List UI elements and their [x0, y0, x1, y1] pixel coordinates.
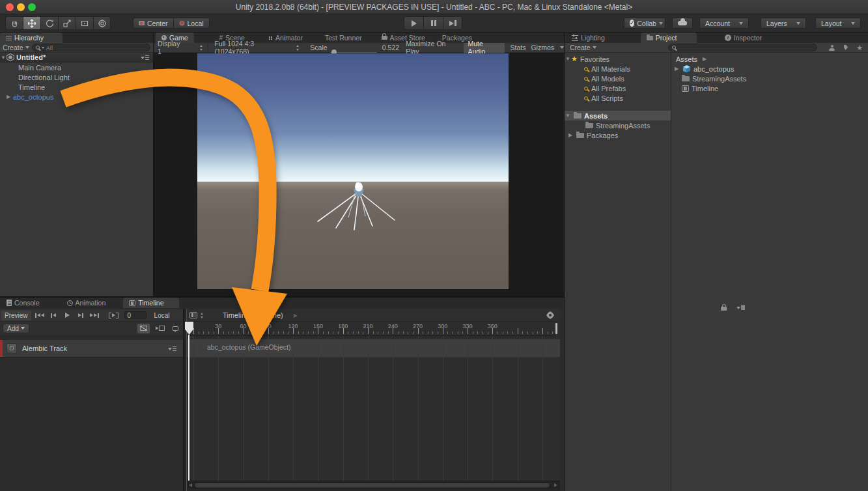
scene-header-row[interactable]: ▼ Untitled* — [0, 53, 153, 63]
tab-console[interactable]: Console — [1, 298, 46, 308]
create-label: Create — [3, 44, 23, 51]
timeline-breadcrumb[interactable]: Timeline (Timeline) — [223, 311, 283, 319]
timeline-breadcrumb-row: Timeline (Timeline) ▶ — [187, 309, 560, 322]
folder-icon — [647, 36, 653, 40]
project-search-input[interactable] — [668, 44, 818, 51]
create-dropdown[interactable]: Create — [570, 44, 596, 51]
play-button[interactable] — [404, 16, 423, 30]
rotate-tool-button[interactable] — [40, 16, 58, 30]
marker-button[interactable] — [171, 324, 180, 333]
foldout-closed-icon[interactable]: ▶ — [673, 66, 680, 72]
foldout-open-icon[interactable]: ▼ — [565, 113, 571, 119]
tree-packages[interactable]: ▶ Packages — [565, 130, 671, 140]
move-tool-button[interactable] — [23, 16, 40, 30]
clock-icon — [67, 300, 73, 306]
foldout-closed-icon[interactable]: ▶ — [567, 132, 574, 138]
local-global-toggle[interactable]: Local — [154, 312, 170, 319]
scroll-left-icon[interactable] — [189, 483, 192, 487]
rect-icon — [80, 19, 89, 28]
timeline-panel: Console Animation Timeline Preview 0 Loc… — [0, 296, 564, 491]
goto-start-button[interactable] — [33, 311, 47, 320]
favorite-all-prefabs[interactable]: All Prefabs — [565, 83, 671, 93]
tab-animation[interactable]: Animation — [61, 298, 112, 308]
favorite-all-scripts[interactable]: All Scripts — [565, 93, 671, 103]
curves-icon — [140, 326, 147, 331]
collab-dropdown[interactable]: Collab — [624, 18, 665, 29]
favorites-root[interactable]: ▼ ★ Favorites — [565, 54, 671, 64]
tree-streaming-assets[interactable]: StreamingAssets — [565, 120, 671, 130]
frame-field[interactable]: 0 — [124, 311, 147, 319]
timeline-hscrollbar[interactable] — [187, 481, 560, 489]
gizmos-dropdown[interactable]: Gizmos — [531, 44, 564, 51]
tab-inspector[interactable]: iInspector — [719, 33, 768, 43]
hierarchy-item-directional-light[interactable]: Directional Light — [0, 72, 153, 82]
layers-dropdown[interactable]: Layers — [761, 18, 806, 29]
collab-filter-icon[interactable] — [829, 45, 833, 51]
unity-scene-icon — [7, 53, 14, 61]
tab-test-runner[interactable]: Test Runner — [319, 33, 368, 43]
search-query-icon — [584, 67, 588, 71]
previous-frame-button[interactable] — [47, 311, 61, 320]
hand-tool-button[interactable] — [5, 16, 23, 30]
pivot-local-label: Local — [188, 20, 204, 27]
label-filter-icon[interactable] — [844, 45, 848, 50]
scene-menu-icon[interactable] — [141, 55, 149, 61]
timeline-settings-gear-icon[interactable] — [547, 312, 553, 318]
pivot-local-button[interactable]: Local — [173, 18, 210, 29]
favorites-filter-icon[interactable]: ★ — [856, 44, 863, 51]
foldout-open-icon[interactable]: ▼ — [565, 56, 571, 62]
hierarchy-panel: Hierarchy Create All ▼ Untitled* Main Ca… — [0, 33, 154, 296]
play-range-button[interactable] — [107, 311, 120, 320]
timeline-track-toolbar: Add — [0, 322, 183, 335]
pause-button[interactable] — [423, 16, 443, 30]
foldout-open-icon[interactable]: ▼ — [0, 55, 7, 61]
account-dropdown[interactable]: Account — [699, 18, 749, 29]
curves-view-button[interactable] — [137, 324, 150, 333]
scroll-right-icon[interactable] — [554, 483, 557, 487]
tab-hierarchy[interactable]: Hierarchy — [0, 33, 63, 43]
item-label: StreamingAssets — [692, 75, 746, 83]
transform-tool-button[interactable] — [93, 16, 111, 30]
scrollbar-thumb[interactable] — [194, 483, 550, 488]
hierarchy-item-abc-octopus[interactable]: ▶ abc_octopus — [0, 92, 153, 102]
preview-toggle[interactable]: Preview — [1, 311, 31, 320]
breadcrumb-label[interactable]: Assets — [676, 55, 697, 63]
hierarchy-item-timeline[interactable]: Timeline — [0, 82, 153, 92]
stats-button[interactable]: Stats — [510, 44, 525, 51]
hierarchy-item-main-camera[interactable]: Main Camera — [0, 63, 153, 72]
layout-dropdown[interactable]: Layout — [815, 18, 861, 29]
file-abc-octopus[interactable]: ▶ abc_octopus — [672, 64, 868, 74]
add-track-button[interactable]: Add — [3, 324, 29, 333]
scale-tool-button[interactable] — [58, 16, 76, 30]
cloud-services-button[interactable] — [672, 18, 693, 29]
favorite-all-models[interactable]: All Models — [565, 74, 671, 83]
foldout-closed-icon[interactable]: ▶ — [5, 94, 12, 100]
step-button[interactable] — [443, 16, 462, 30]
insert-clip-button[interactable] — [154, 324, 167, 333]
rect-tool-button[interactable] — [76, 16, 93, 30]
account-label: Account — [705, 20, 730, 27]
mute-audio-button[interactable]: Mute Audio — [464, 43, 505, 53]
tab-lighting[interactable]: Lighting — [566, 33, 611, 43]
next-frame-button[interactable] — [74, 311, 88, 320]
lock-icon[interactable] — [721, 307, 727, 311]
item-label: All Scripts — [591, 94, 623, 102]
file-timeline[interactable]: Timeline — [672, 83, 868, 93]
panel-menu-icon[interactable] — [736, 305, 745, 311]
play-button[interactable] — [61, 311, 74, 320]
goto-end-button[interactable] — [88, 311, 102, 320]
item-label: Main Camera — [18, 64, 61, 72]
hierarchy-search-input[interactable]: All — [32, 44, 150, 51]
pivot-center-button[interactable]: Center — [133, 18, 173, 29]
layers-label: Layers — [766, 20, 787, 27]
tab-timeline[interactable]: Timeline — [123, 298, 179, 308]
favorite-all-materials[interactable]: All Materials — [565, 64, 671, 74]
timeline-ruler[interactable]: 306090120150180210240270300330360 — [187, 322, 555, 336]
assets-root-selected[interactable]: ▼ Assets — [565, 111, 671, 120]
ruler-end-handle[interactable] — [555, 323, 557, 334]
file-streaming-assets[interactable]: StreamingAssets — [672, 74, 868, 83]
alembic-track-header[interactable]: Alembic Track — [0, 339, 183, 358]
tab-project[interactable]: Project — [641, 33, 697, 43]
create-dropdown[interactable]: Create — [3, 44, 29, 51]
track-menu-icon[interactable] — [168, 346, 176, 352]
